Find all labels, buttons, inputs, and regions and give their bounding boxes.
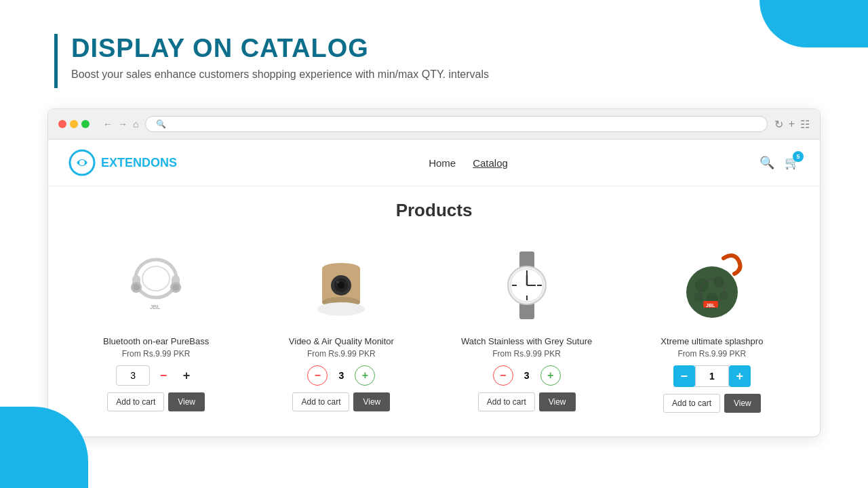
page-title: DISPLAY ON CATALOG bbox=[71, 34, 489, 63]
qty-display-2: 3 bbox=[328, 370, 355, 381]
qty-display-4: 1 bbox=[695, 365, 729, 387]
reload-icon[interactable]: ↻ bbox=[774, 118, 783, 131]
qty-plus-3[interactable]: + bbox=[540, 365, 561, 386]
card-actions-1: Add to cart View bbox=[75, 392, 237, 411]
logo-text: EXTENDONS bbox=[101, 156, 177, 170]
cart-badge: 5 bbox=[793, 151, 804, 162]
svg-point-18 bbox=[336, 281, 339, 283]
nav-home[interactable]: Home bbox=[429, 157, 456, 169]
store-logo: EXTENDONS bbox=[68, 149, 177, 176]
product-card-2: Video & Air Quality Monitor From Rs.9.99… bbox=[254, 235, 429, 420]
product-card-3: Watch Stainless with Grey Suture From Rs… bbox=[439, 235, 614, 420]
qty-control-3: − 3 + bbox=[446, 365, 608, 386]
product-card-4: JBL Xtreme ultimate splashpro From Rs.9.… bbox=[625, 235, 800, 420]
svg-point-29 bbox=[686, 266, 738, 318]
products-title: Products bbox=[68, 200, 800, 221]
logo-svg bbox=[68, 149, 96, 176]
qty-minus-1[interactable]: − bbox=[154, 366, 173, 385]
product-price-2: From Rs.9.99 PKR bbox=[260, 349, 422, 359]
card-actions-2: Add to cart View bbox=[260, 392, 422, 411]
qty-control-4: − 1 + bbox=[631, 365, 793, 387]
svg-point-5 bbox=[142, 266, 170, 291]
svg-point-9 bbox=[133, 284, 140, 291]
view-button-2[interactable]: View bbox=[353, 392, 390, 411]
store-icons: 🔍 🛒 5 bbox=[760, 155, 800, 170]
product-image-3 bbox=[446, 241, 608, 329]
qty-minus-4[interactable]: − bbox=[673, 365, 695, 387]
store-menu: Home Catalog bbox=[429, 157, 508, 169]
search-button[interactable]: 🔍 bbox=[760, 155, 774, 170]
product-price-3: From Rs.9.99 PKR bbox=[446, 349, 608, 359]
add-tab-icon[interactable]: + bbox=[789, 118, 795, 131]
product-card-1: JBL Bluetooth on-ear PureBass From Rs.9.… bbox=[68, 235, 243, 420]
card-actions-3: Add to cart View bbox=[446, 392, 608, 411]
view-button-1[interactable]: View bbox=[168, 392, 205, 411]
dot-red[interactable] bbox=[58, 120, 66, 128]
svg-text:JBL: JBL bbox=[706, 303, 715, 308]
watch-image bbox=[490, 248, 564, 323]
back-arrow[interactable]: ← bbox=[103, 119, 113, 129]
browser-chrome: ← → ⌂ 🔍 ↻ + ☷ bbox=[48, 109, 820, 140]
search-icon: 🔍 bbox=[156, 119, 166, 129]
browser-window: ← → ⌂ 🔍 ↻ + ☷ EXTENDONS Home Ca bbox=[47, 108, 821, 437]
dot-yellow[interactable] bbox=[70, 120, 78, 128]
speaker-image: JBL bbox=[675, 248, 749, 323]
browser-dots bbox=[58, 120, 90, 128]
product-image-2 bbox=[260, 241, 422, 329]
qty-minus-2[interactable]: − bbox=[307, 365, 328, 386]
add-to-cart-1[interactable]: Add to cart bbox=[107, 392, 164, 411]
cart-button[interactable]: 🛒 5 bbox=[785, 155, 800, 170]
svg-point-17 bbox=[338, 282, 344, 289]
logo-text-normal: EXTEND bbox=[101, 156, 151, 169]
product-price-1: From Rs.9.99 PKR bbox=[75, 349, 237, 359]
add-to-cart-4[interactable]: Add to cart bbox=[663, 394, 720, 413]
qty-plus-1[interactable]: + bbox=[177, 366, 196, 385]
add-to-cart-2[interactable]: Add to cart bbox=[292, 392, 349, 411]
dot-green[interactable] bbox=[81, 120, 90, 128]
header-bar bbox=[54, 34, 58, 88]
browser-actions: ↻ + ☷ bbox=[774, 118, 810, 131]
qty-input-1[interactable] bbox=[116, 365, 150, 386]
svg-point-14 bbox=[317, 302, 365, 316]
forward-arrow[interactable]: → bbox=[118, 119, 127, 129]
page-subtitle: Boost your sales enhance customers shopp… bbox=[71, 68, 489, 81]
product-price-4: From Rs.9.99 PKR bbox=[631, 349, 793, 359]
svg-point-10 bbox=[172, 284, 179, 291]
product-image-1: JBL bbox=[75, 241, 237, 329]
browser-nav: ← → ⌂ bbox=[103, 119, 138, 129]
products-grid: JBL Bluetooth on-ear PureBass From Rs.9.… bbox=[68, 235, 800, 420]
menu-icon[interactable]: ☷ bbox=[800, 118, 810, 131]
product-name-3: Watch Stainless with Grey Suture bbox=[446, 336, 608, 346]
header-section: DISPLAY ON CATALOG Boost your sales enha… bbox=[0, 0, 868, 108]
product-image-4: JBL bbox=[631, 241, 793, 329]
qty-plus-2[interactable]: + bbox=[355, 365, 375, 386]
svg-point-33 bbox=[694, 292, 703, 302]
product-name-4: Xtreme ultimate splashpro bbox=[631, 336, 793, 346]
svg-point-1 bbox=[79, 160, 85, 165]
qty-minus-3[interactable]: − bbox=[493, 365, 513, 386]
product-name-1: Bluetooth on-ear PureBass bbox=[75, 336, 237, 346]
view-button-3[interactable]: View bbox=[539, 392, 576, 411]
camera-image bbox=[304, 248, 378, 323]
products-section: Products JBL bbox=[48, 186, 820, 436]
address-bar[interactable]: 🔍 bbox=[145, 116, 767, 132]
store-nav: EXTENDONS Home Catalog 🔍 🛒 5 bbox=[48, 140, 820, 186]
view-button-4[interactable]: View bbox=[724, 394, 761, 413]
logo-text-colored: ONS bbox=[151, 156, 177, 169]
nav-catalog[interactable]: Catalog bbox=[473, 157, 508, 169]
home-icon[interactable]: ⌂ bbox=[133, 119, 138, 129]
svg-text:JBL: JBL bbox=[150, 304, 161, 310]
add-to-cart-3[interactable]: Add to cart bbox=[478, 392, 535, 411]
qty-plus-4[interactable]: + bbox=[729, 365, 751, 387]
product-name-2: Video & Air Quality Monitor bbox=[260, 336, 422, 346]
qty-control-2: − 3 + bbox=[260, 365, 422, 386]
qty-display-3: 3 bbox=[513, 370, 540, 381]
card-actions-4: Add to cart View bbox=[631, 394, 793, 413]
qty-control-1: − + bbox=[75, 365, 237, 386]
headphones-image: JBL bbox=[119, 248, 193, 323]
header-text: DISPLAY ON CATALOG Boost your sales enha… bbox=[71, 34, 489, 81]
